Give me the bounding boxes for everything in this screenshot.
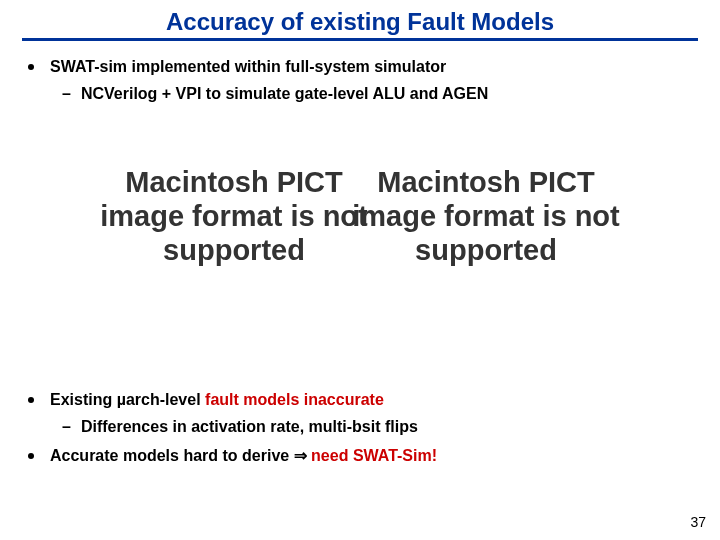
bullet-dot-icon: [28, 453, 34, 459]
bullet-2a: – Differences in activation rate, multi-…: [62, 417, 692, 438]
bullet-1: SWAT-sim implemented within full-system …: [28, 57, 692, 78]
bullet-3-highlight: need SWAT-Sim!: [307, 447, 437, 464]
bullet-3: Accurate models hard to derive ⇒ need SW…: [28, 446, 692, 467]
bullet-2: Existing µarch-level fault models inaccu…: [28, 390, 692, 411]
bullet-1-text: SWAT-sim implemented within full-system …: [50, 57, 446, 78]
bullet-dot-icon: [28, 397, 34, 403]
bullet-2-text: Existing µarch-level fault models inaccu…: [50, 390, 384, 411]
bullet-2-pre: Existing µarch-level: [50, 391, 205, 408]
dash-icon: –: [62, 84, 71, 105]
page-number: 37: [690, 514, 706, 530]
bullet-dot-icon: [28, 64, 34, 70]
implies-arrow-icon: ⇒: [294, 447, 307, 464]
bullet-3-text: Accurate models hard to derive ⇒ need SW…: [50, 446, 437, 467]
slide-title: Accuracy of existing Fault Models: [70, 8, 650, 38]
dash-icon: –: [62, 417, 71, 438]
pict-placeholder-right: Macintosh PICT image format is not suppo…: [336, 165, 636, 268]
bullet-3-pre: Accurate models hard to derive: [50, 447, 294, 464]
pict-placeholder-row: Macintosh PICT image format is not suppo…: [0, 165, 720, 268]
bullet-1a: – NCVerilog + VPI to simulate gate-level…: [62, 84, 692, 105]
bullet-2a-text: Differences in activation rate, multi-bs…: [81, 417, 418, 438]
bullet-1a-text: NCVerilog + VPI to simulate gate-level A…: [81, 84, 488, 105]
bullet-2-highlight: fault models inaccurate: [205, 391, 384, 408]
